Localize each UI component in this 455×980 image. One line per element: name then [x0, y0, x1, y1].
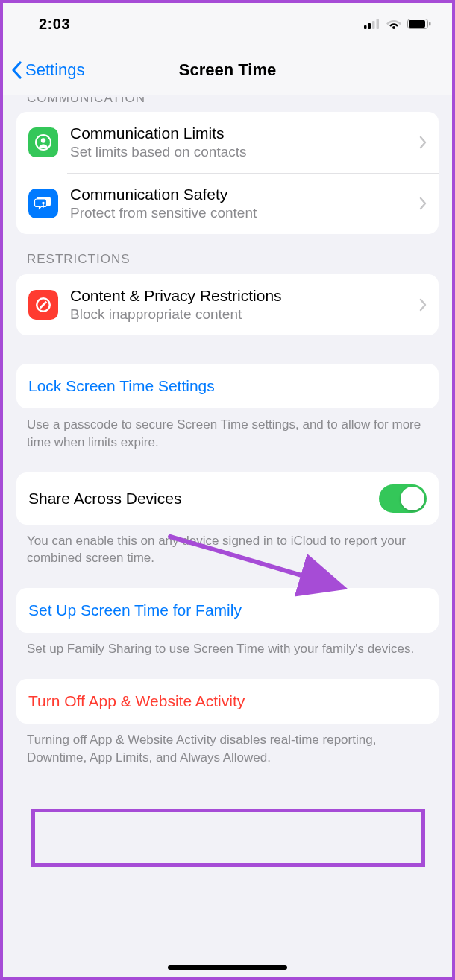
svg-point-10 [42, 202, 45, 205]
back-label: Settings [25, 60, 85, 80]
navigation-bar: Settings Screen Time [3, 45, 452, 95]
row-subtitle: Block inappropriate content [70, 306, 407, 324]
chat-bubble-icon [28, 189, 58, 218]
row-title: Communication Safety [70, 184, 407, 204]
status-bar: 2:03 [3, 3, 452, 45]
home-indicator[interactable] [168, 965, 287, 970]
chevron-right-icon [419, 197, 427, 210]
family-group: Set Up Screen Time for Family [16, 588, 439, 633]
share-toggle[interactable] [379, 484, 427, 513]
chevron-left-icon [10, 61, 22, 79]
lock-footer: Use a passcode to secure Screen Time set… [16, 408, 439, 452]
contact-icon [28, 127, 58, 157]
chevron-right-icon [419, 298, 427, 312]
lock-group: Lock Screen Time Settings [16, 364, 439, 408]
svg-rect-6 [409, 20, 425, 28]
no-entry-icon [28, 290, 58, 320]
svg-point-9 [41, 138, 46, 142]
cellular-icon [364, 19, 380, 29]
row-title: Content & Privacy Restrictions [70, 285, 407, 306]
row-title: Share Across Devices [28, 488, 367, 508]
row-title: Set Up Screen Time for Family [28, 601, 242, 619]
row-subtitle: Set limits based on contacts [70, 143, 407, 162]
share-footer: You can enable this on any device signed… [16, 525, 439, 568]
svg-rect-3 [377, 19, 380, 29]
share-across-devices-row[interactable]: Share Across Devices [16, 472, 439, 525]
row-title: Lock Screen Time Settings [28, 377, 215, 395]
row-subtitle: Protect from sensitive content [70, 204, 407, 223]
row-title: Communication Limits [70, 123, 407, 143]
communication-safety-row[interactable]: Communication Safety Protect from sensit… [16, 173, 439, 234]
svg-rect-11 [43, 204, 43, 206]
setup-family-row[interactable]: Set Up Screen Time for Family [16, 588, 439, 633]
communication-limits-row[interactable]: Communication Limits Set limits based on… [16, 112, 439, 173]
back-button[interactable]: Settings [10, 60, 85, 80]
svg-point-4 [392, 26, 395, 29]
turnoff-group: Turn Off App & Website Activity [16, 679, 439, 724]
svg-rect-0 [364, 25, 367, 29]
wifi-icon [386, 19, 401, 29]
section-header-restrictions: RESTRICTIONS [16, 234, 439, 274]
chevron-right-icon [419, 136, 427, 149]
turn-off-activity-row[interactable]: Turn Off App & Website Activity [16, 679, 439, 724]
restrictions-group: Content & Privacy Restrictions Block ina… [16, 274, 439, 335]
row-title: Turn Off App & Website Activity [28, 692, 245, 710]
turnoff-footer: Turning off App & Website Activity disab… [16, 724, 439, 767]
family-footer: Set up Family Sharing to use Screen Time… [16, 633, 439, 658]
svg-rect-7 [429, 22, 431, 26]
status-icons [364, 19, 431, 29]
content-privacy-row[interactable]: Content & Privacy Restrictions Block ina… [16, 274, 439, 335]
svg-rect-1 [368, 23, 371, 29]
lock-screen-time-row[interactable]: Lock Screen Time Settings [16, 364, 439, 408]
share-group: Share Across Devices [16, 472, 439, 525]
page-title: Screen Time [179, 60, 276, 80]
svg-rect-2 [372, 21, 375, 29]
status-time: 2:03 [39, 16, 70, 33]
communication-group: Communication Limits Set limits based on… [16, 112, 439, 234]
section-header-communication: COMMUNICATION [16, 95, 439, 112]
battery-icon [407, 19, 431, 29]
